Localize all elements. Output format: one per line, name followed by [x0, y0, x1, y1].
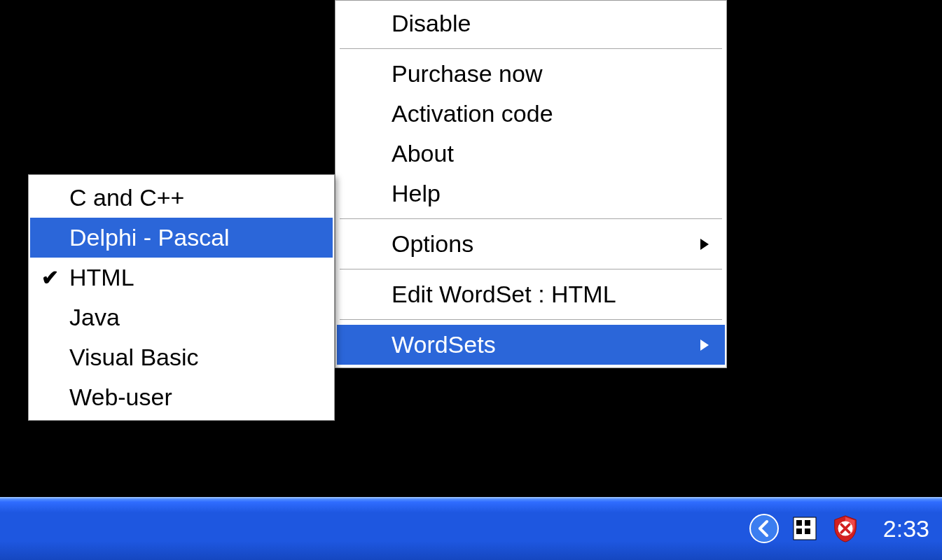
wordset-item[interactable]: Web-user [30, 377, 333, 417]
menu-item-label: Activation code [392, 100, 694, 127]
menu-item-label: WordSets [392, 331, 694, 358]
menu-item-help[interactable]: Help [337, 174, 725, 214]
menu-item-label: Purchase now [392, 60, 694, 88]
menu-item-activation[interactable]: Activation code [337, 94, 725, 134]
svg-rect-2 [796, 520, 802, 526]
wordset-item[interactable]: ✔HTML [30, 258, 333, 298]
menu-separator [340, 319, 722, 320]
menu-item-about[interactable]: About [337, 134, 725, 174]
context-menu-wordsets: C and C++Delphi - Pascal✔HTMLJavaVisual … [28, 174, 335, 421]
svg-rect-3 [805, 520, 810, 526]
svg-point-0 [750, 514, 778, 542]
menu-item-purchase[interactable]: Purchase now [337, 54, 725, 94]
wordset-item-label: Java [69, 304, 323, 331]
wordset-item-label: Web-user [69, 384, 323, 411]
wordset-item-label: Delphi - Pascal [69, 224, 323, 251]
svg-rect-4 [796, 528, 802, 534]
context-menu-main: Disable Purchase now Activation code Abo… [335, 0, 727, 368]
tray-app-icon[interactable] [789, 513, 820, 544]
wordset-item[interactable]: C and C++ [30, 178, 333, 218]
submenu-arrow-icon [694, 338, 715, 352]
submenu-arrow-icon [694, 237, 715, 251]
menu-item-edit-wordset[interactable]: Edit WordSet : HTML [337, 274, 725, 314]
check-column: ✔ [30, 265, 69, 290]
taskbar: 2:33 [0, 497, 942, 560]
wordset-item[interactable]: Delphi - Pascal [30, 218, 333, 258]
menu-item-label: Help [392, 180, 694, 207]
menu-separator [340, 48, 722, 49]
tray-back-arrow-icon[interactable] [749, 513, 780, 544]
menu-item-label: Options [392, 230, 694, 258]
svg-rect-5 [805, 528, 810, 534]
menu-separator [340, 269, 722, 270]
wordset-item[interactable]: Visual Basic [30, 337, 333, 377]
menu-item-label: Disable [392, 10, 694, 37]
menu-item-label: Edit WordSet : HTML [392, 281, 694, 308]
menu-item-wordsets[interactable]: WordSets [337, 325, 725, 365]
checkmark-icon: ✔ [41, 265, 59, 290]
wordset-item[interactable]: Java [30, 298, 333, 337]
taskbar-clock[interactable]: 2:33 [871, 515, 929, 542]
wordset-item-label: C and C++ [69, 184, 323, 211]
menu-separator [340, 218, 722, 219]
wordset-item-label: Visual Basic [69, 344, 323, 371]
menu-item-label: About [392, 140, 694, 167]
security-shield-icon[interactable] [830, 513, 861, 544]
system-tray: 2:33 [728, 497, 942, 560]
wordset-item-label: HTML [69, 264, 323, 291]
menu-item-disable[interactable]: Disable [337, 4, 725, 43]
menu-item-options[interactable]: Options [337, 224, 725, 264]
